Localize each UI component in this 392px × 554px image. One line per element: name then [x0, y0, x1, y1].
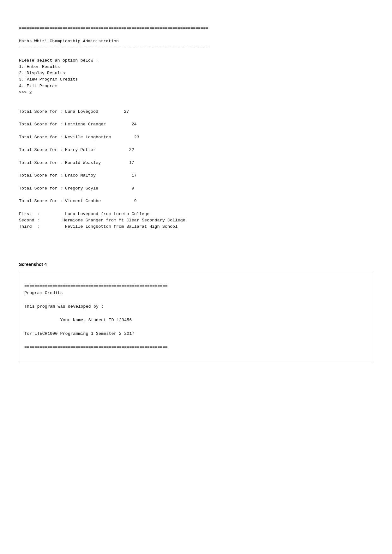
- placement-third: Third : Neville Longbottom from Ballarat…: [19, 224, 178, 229]
- placement-second: Second : Hermione Granger from Mt Clear …: [19, 218, 185, 223]
- app-title-3: Maths Whiz! Championship Administration: [19, 39, 119, 44]
- menu-item-4: 4. Exit Program: [19, 84, 57, 88]
- menu-item-3: 3. View Program Credits: [19, 77, 78, 82]
- score-row-5: Total Score for : Draco Malfoy 17: [19, 173, 137, 178]
- terminal-output-3: ========================================…: [19, 19, 373, 102]
- score-row-4: Total Score for : Ronald Weasley 17: [19, 160, 134, 165]
- menu-item-2: 2. Display Results: [19, 71, 65, 75]
- menu-prompt-3: Please select an option below :: [19, 58, 98, 63]
- developed-by-line: This program was developed by :: [24, 304, 104, 309]
- separator-top-3: ========================================…: [19, 26, 208, 31]
- course-line: for ITECH1000 Programming 1 Semester 2 2…: [24, 331, 134, 336]
- score-row-7: Total Score for : Vincent Crabbe 9: [19, 199, 137, 203]
- score-row-3: Total Score for : Harry Potter 22: [19, 148, 134, 152]
- user-input-3: >>> 2: [19, 90, 32, 95]
- placement-first: First : Luna Lovegood from Loreto Colleg…: [19, 212, 149, 216]
- sep-top-4: ========================================…: [24, 284, 168, 288]
- screenshot4-label: Screenshot 4: [19, 262, 373, 267]
- score-row-0: Total Score for : Luna Lovegood 27: [19, 109, 129, 114]
- screenshot3-block: ========================================…: [19, 19, 373, 237]
- score-row-2: Total Score for : Neville Longbottom 23: [19, 135, 139, 140]
- scores-section: Total Score for : Luna Lovegood 27 Total…: [19, 102, 373, 236]
- credits-title: Program Credits: [24, 291, 63, 295]
- sep-bottom-4: ========================================…: [24, 345, 168, 350]
- menu-item-1: 1. Enter Results: [19, 64, 60, 69]
- separator-bottom-3: ========================================…: [19, 45, 208, 50]
- developer-name: Your Name, Student ID 123456: [24, 318, 132, 322]
- screenshot4-terminal: ========================================…: [19, 272, 373, 362]
- score-row-6: Total Score for : Gregory Goyle 9: [19, 186, 134, 191]
- score-row-1: Total Score for : Hermione Granger 24: [19, 122, 137, 127]
